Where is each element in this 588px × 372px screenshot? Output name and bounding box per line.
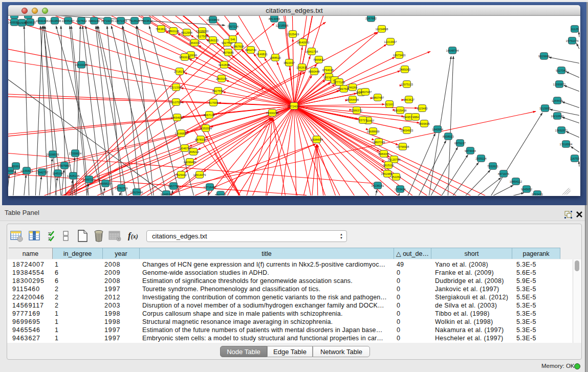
svg-text:12923446: 12923446 [130,191,143,194]
svg-text:9329966: 9329966 [538,55,550,58]
svg-text:10973403: 10973403 [393,54,406,57]
svg-text:9474444: 9474444 [465,149,476,152]
svg-text:9227341: 9227341 [556,69,567,72]
svg-text:11125: 11125 [571,28,579,31]
svg-text:15136141: 15136141 [372,184,384,187]
svg-text:8878334: 8878334 [195,138,206,141]
svg-text:10914479: 10914479 [193,173,206,177]
svg-text:16210643: 16210643 [551,115,564,118]
svg-text:7515526: 7515526 [129,19,140,23]
svg-text:19384554: 19384554 [311,138,323,141]
svg-text:16120746: 16120746 [388,158,401,161]
svg-text:9890618: 9890618 [179,56,190,59]
svg-text:1733426: 1733426 [395,188,406,191]
svg-text:8990448: 8990448 [309,70,320,73]
svg-text:7485063: 7485063 [399,68,410,71]
svg-text:19756928: 19756928 [397,145,409,148]
svg-text:19166827: 19166827 [175,132,188,135]
svg-text:8909515: 8909515 [25,21,36,24]
svg-text:9793423: 9793423 [532,193,543,195]
svg-text:7632621: 7632621 [487,165,498,168]
svg-text:7955812: 7955812 [313,58,324,61]
svg-text:16648784: 16648784 [446,49,459,52]
svg-text:1244415: 1244415 [552,99,563,102]
svg-text:20691406: 20691406 [36,19,49,23]
svg-text:9384067: 9384067 [378,152,389,156]
svg-text:9146821: 9146821 [256,53,268,56]
svg-text:3215955: 3215955 [539,107,551,110]
svg-text:12218506: 12218506 [276,24,289,27]
svg-text:116753: 116753 [570,157,579,160]
svg-text:19654923: 19654923 [401,129,413,132]
svg-text:11353594: 11353594 [200,127,212,130]
svg-text:9127509: 9127509 [197,35,208,38]
svg-text:8427552: 8427552 [212,90,224,93]
svg-text:14099489: 14099489 [184,161,197,164]
svg-text:3675685: 3675685 [223,51,234,54]
svg-text:10025438: 10025438 [394,109,407,112]
svg-text:20364436: 20364436 [346,98,359,101]
svg-text:417006: 417006 [209,101,219,104]
svg-text:8813054: 8813054 [269,17,280,20]
svg-text:9457791: 9457791 [168,185,179,188]
svg-text:62160: 62160 [385,103,394,106]
svg-text:2087682: 2087682 [365,17,377,20]
svg-text:13325419: 13325419 [287,33,299,36]
svg-text:1640954: 1640954 [432,128,443,131]
svg-text:746266: 746266 [348,86,358,89]
svg-text:13226053: 13226053 [196,30,209,33]
svg-text:20533346: 20533346 [75,63,88,67]
svg-text:9115460: 9115460 [417,107,427,110]
svg-text:8938923: 8938923 [443,135,454,138]
svg-text:15692971: 15692971 [555,129,568,132]
svg-text:8342717: 8342717 [215,193,226,195]
svg-text:2935114: 2935114 [475,157,486,160]
svg-text:17957223: 17957223 [83,178,96,181]
svg-text:1615112: 1615112 [383,164,394,167]
svg-text:9463627: 9463627 [403,98,415,101]
svg-text:19654933: 19654933 [171,116,184,119]
svg-text:9242848: 9242848 [219,63,230,67]
svg-text:7357224: 7357224 [227,25,238,28]
svg-text:1362615: 1362615 [296,66,308,69]
svg-text:18300295: 18300295 [266,112,279,115]
svg-text:8860128: 8860128 [168,30,179,33]
svg-text:8912954: 8912954 [181,31,192,34]
svg-text:10975867: 10975867 [58,164,71,167]
svg-text:3822037: 3822037 [284,61,295,64]
svg-text:2867608: 2867608 [233,45,244,48]
svg-text:10688609: 10688609 [367,130,380,133]
svg-text:7663822: 7663822 [156,28,167,31]
svg-text:6466160: 6466160 [89,19,100,23]
svg-text:7625402: 7625402 [176,173,187,177]
svg-text:6879197: 6879197 [454,142,466,145]
svg-text:7663812: 7663812 [141,19,153,23]
svg-text:2803144: 2803144 [216,77,227,80]
svg-text:13716485: 13716485 [204,186,216,189]
svg-text:12213363: 12213363 [170,86,183,89]
svg-text:16033809: 16033809 [207,18,220,21]
svg-text:6794028: 6794028 [322,69,334,72]
svg-text:1498222: 1498222 [188,150,199,154]
svg-text:10958107: 10958107 [99,182,112,185]
svg-text:16619596: 16619596 [49,19,61,23]
svg-text:17016504: 17016504 [560,143,573,146]
svg-text:12505135: 12505135 [67,174,80,178]
svg-text:546: 546 [230,38,235,41]
svg-text:9246517: 9246517 [161,193,172,195]
svg-text:20206576: 20206576 [47,153,59,156]
svg-text:9699695: 9699695 [419,122,430,125]
svg-text:16782759: 16782759 [115,187,128,190]
svg-text:1588520: 1588520 [270,56,281,59]
svg-text:8471676: 8471676 [498,172,509,176]
svg-text:1654339: 1654339 [189,41,200,45]
svg-text:1527602: 1527602 [76,19,87,23]
svg-text:39154: 39154 [8,169,14,172]
svg-text:15751074: 15751074 [566,39,579,42]
svg-text:9245652: 9245652 [521,188,532,191]
svg-text:10655287: 10655287 [62,19,75,23]
svg-text:16046798: 16046798 [179,147,191,150]
svg-text:16961758: 16961758 [306,50,318,53]
svg-text:2718176: 2718176 [174,70,185,73]
svg-text:15723: 15723 [359,119,367,122]
